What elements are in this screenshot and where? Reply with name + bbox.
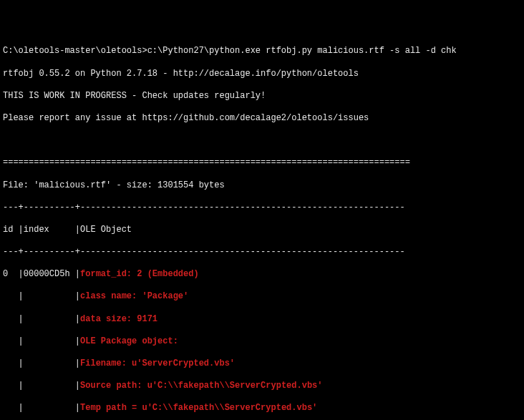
version-line: rtfobj 0.55.2 on Python 2.7.18 - http://… xyxy=(3,69,521,80)
table-row: | |OLE Package object: xyxy=(3,336,521,348)
table-row: | |class name: 'Package' xyxy=(3,291,521,303)
table-row: | |Temp path = u'C:\\fakepath\\ServerCry… xyxy=(3,403,521,414)
issue-line: Please report any issue at https://githu… xyxy=(3,113,521,124)
table-row: | |Source path: u'C:\\fakepath\\ServerCr… xyxy=(3,381,521,392)
wip-line: THIS IS WORK IN PROGRESS - Check updates… xyxy=(3,91,521,102)
table-row: 0 |00000CD5h |format_id: 2 (Embedded) xyxy=(3,269,521,280)
table-border: ---+----------+-------------------------… xyxy=(3,202,521,214)
divider: ========================================… xyxy=(3,157,521,169)
table-row: | |Filename: u'ServerCrypted.vbs' xyxy=(3,358,521,370)
table-row: | |data size: 9171 xyxy=(3,314,521,326)
blank-line xyxy=(3,135,521,147)
command-line: C:\oletools-master\oletools>c:\Python27\… xyxy=(3,46,521,57)
file-info: File: 'malicious.rtf' - size: 1301554 by… xyxy=(3,180,521,192)
table-border: ---+----------+-------------------------… xyxy=(3,247,521,258)
table-header: id |index |OLE Object xyxy=(3,225,521,236)
